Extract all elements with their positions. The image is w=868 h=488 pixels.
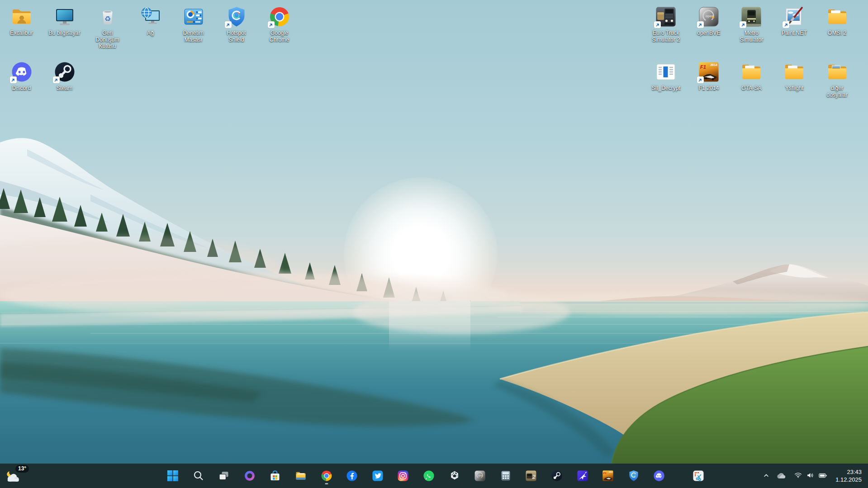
discord-icon	[11, 61, 33, 83]
taskbar-search[interactable]	[190, 467, 208, 485]
chatgpt-icon	[449, 470, 460, 482]
taskbar: 13° open22014F1 23:43 1.12.2025	[0, 464, 868, 488]
folder-image-icon	[826, 61, 848, 83]
shortcut-arrow-icon	[697, 21, 704, 28]
desktop-icons-left: ExcaliburBu bilgisayar♻Geri Dönüşüm Kutu…	[0, 3, 301, 113]
desktop-icon-label: Geri Dönüşüm Kutusu	[91, 30, 124, 50]
taskbar-facebook[interactable]	[343, 467, 361, 485]
taskbar-clock[interactable]: 23:43 1.12.2025	[832, 468, 867, 484]
desktop-icon-metro-simulator[interactable]: Metro Simulator	[730, 3, 773, 58]
svg-text:2014: 2014	[710, 63, 717, 66]
running-indicator	[325, 483, 328, 484]
windows-desktop: ExcaliburBu bilgisayar♻Geri Dönüşüm Kutu…	[0, 0, 868, 488]
onedrive-icon[interactable]	[773, 467, 789, 485]
taskbar-f1-2014[interactable]: 2014F1	[599, 467, 617, 485]
desktop-icon-ağ[interactable]: Ağ	[129, 3, 172, 58]
desktop-icon-label: Ysflight	[785, 85, 803, 92]
desktop-icon-openbve[interactable]: openopenBVE	[688, 3, 730, 58]
search-icon	[193, 470, 204, 482]
network-icon	[140, 6, 161, 28]
desktop-icon-label: Hotspot Shield	[220, 30, 253, 43]
system-tray: 23:43 1.12.2025	[759, 464, 867, 488]
desktop-icon-label: Denetim Masası	[177, 30, 210, 43]
omsi2-icon: 2	[525, 470, 537, 482]
taskbar-google-chrome[interactable]	[318, 467, 336, 485]
desktop-icon-euro-truck-simulator-2[interactable]: Euro Truck Simulator 2	[645, 3, 688, 58]
snipping-tool-icon	[693, 470, 704, 482]
desktop-icon-gta-sa[interactable]: GTA-SA	[730, 58, 773, 113]
taskbar-chatgpt[interactable]	[446, 467, 464, 485]
taskbar-file-explorer[interactable]	[292, 467, 310, 485]
desktop-icon-label: F1 2014	[699, 85, 719, 92]
desktop-icon-label: GTA-SA	[741, 85, 761, 92]
f1-2014-icon: 2014F1	[602, 470, 614, 482]
desktop-icon-f1-2014[interactable]: 2014F1F1 2014	[688, 58, 730, 113]
whatsapp-icon	[423, 470, 435, 482]
copilot-icon	[244, 470, 256, 482]
taskbar-instagram[interactable]	[394, 467, 412, 485]
taskbar-pinned-apps: open22014F1	[164, 467, 668, 485]
desktop-icon-omsi-2[interactable]: OMSI 2	[816, 3, 859, 58]
desktop-icon-excalibur[interactable]: Excalibur	[0, 3, 43, 58]
svg-text:open: open	[706, 14, 714, 18]
desktop-icon-discord[interactable]: Discord	[0, 58, 43, 113]
taskbar-microsoft-store[interactable]	[266, 467, 284, 485]
taskbar-steam[interactable]	[548, 467, 566, 485]
desktop-icon-label: Paint.NET	[782, 30, 807, 37]
desktop-icon-label: openBVE	[697, 30, 720, 37]
desktop-icon-bu-bilgisayar[interactable]: Bu bilgisayar	[43, 3, 86, 58]
ets2-icon	[655, 6, 677, 28]
svg-text:F1: F1	[700, 64, 706, 70]
shortcut-arrow-icon	[740, 21, 746, 28]
desktop-icon-google-chrome[interactable]: Google Chrome	[258, 3, 301, 58]
taskbar-weather-widget[interactable]: 13°	[5, 464, 36, 487]
desktop-icon-label: SII_Decrypt	[651, 85, 680, 92]
taskbar-discord[interactable]	[650, 467, 668, 485]
shortcut-arrow-icon	[697, 76, 704, 83]
tray-chevron-up-icon[interactable]	[759, 467, 773, 485]
svg-text:♻: ♻	[104, 14, 110, 23]
taskbar-corner	[689, 467, 707, 485]
taskbar-calculator[interactable]	[497, 467, 515, 485]
shortcut-arrow-icon	[53, 76, 60, 83]
taskbar-openbve[interactable]: open	[471, 467, 489, 485]
openbve-icon: open	[474, 470, 486, 482]
taskbar-whatsapp[interactable]	[420, 467, 438, 485]
taskbar-omsi-2[interactable]: 2	[522, 467, 540, 485]
desktop-icon-hotspot-shield[interactable]: Hotspot Shield	[215, 3, 258, 58]
folder-icon	[826, 6, 848, 28]
hotspot-shield-icon	[226, 6, 247, 28]
taskbar-snipping-tool[interactable]	[689, 467, 707, 485]
tray-network-volume-battery[interactable]	[789, 467, 832, 485]
wifi-icon	[794, 472, 802, 479]
desktop-icon-label: OMSI 2	[828, 30, 846, 37]
desktop-icons-right: Euro Truck Simulator 2openopenBVEMetro S…	[645, 3, 859, 113]
desktop-icon-label: Excalibur	[10, 30, 33, 37]
control-panel-icon	[183, 6, 204, 28]
taskbar-copilot[interactable]	[241, 467, 259, 485]
desktop-icon-denetim-masası[interactable]: Denetim Masası	[172, 3, 215, 58]
chrome-icon	[321, 470, 332, 482]
desktop-icon-sii-decrypt[interactable]: SII_Decrypt	[645, 58, 688, 113]
desktop-icon-steam[interactable]: Steam	[43, 58, 86, 113]
hotspot-shield-icon	[628, 470, 640, 482]
desktop-icon-label: Bu bilgisayar	[48, 30, 80, 37]
svg-text:open: open	[478, 474, 483, 477]
taskbar-twitter[interactable]	[369, 467, 387, 485]
desktop-icon-paint-net[interactable]: Paint.NET	[773, 3, 816, 58]
desktop-icon-label: Steam	[57, 85, 72, 92]
taskbar-task-view[interactable]	[215, 467, 233, 485]
recycle-bin-icon: ♻	[97, 6, 119, 28]
discord-icon	[653, 470, 665, 482]
shortcut-arrow-icon	[268, 21, 275, 28]
desktop-icon-diğer-dosyalar[interactable]: diğer dosyalar	[816, 58, 859, 113]
taskbar-hotspot-shield[interactable]	[625, 467, 643, 485]
desktop-icon-ysflight[interactable]: Ysflight	[773, 58, 816, 113]
taskbar-start[interactable]	[164, 467, 182, 485]
steam-icon	[551, 470, 563, 482]
metro-simulator-icon	[740, 6, 762, 28]
clock-time: 23:43	[847, 468, 862, 476]
desktop-icon-geri-dönüşüm-kutusu[interactable]: ♻Geri Dönüşüm Kutusu	[86, 3, 129, 58]
ms-store-icon	[269, 470, 281, 482]
taskbar-ysflight[interactable]	[574, 467, 592, 485]
